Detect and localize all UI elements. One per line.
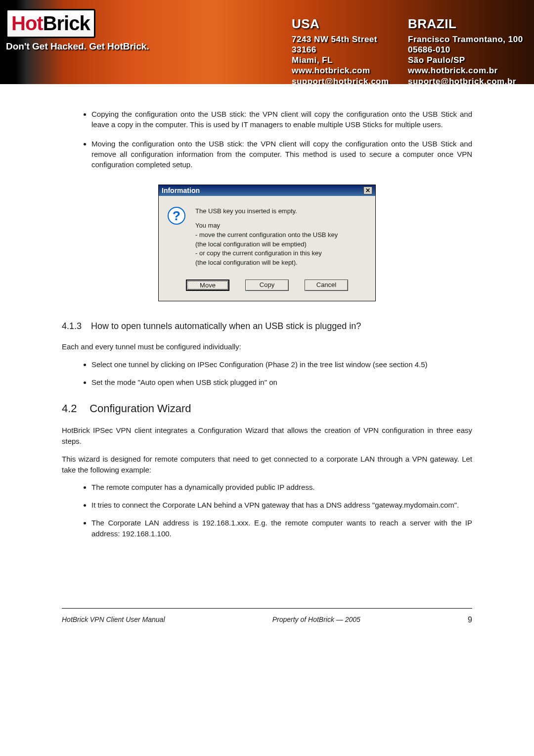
footer-left: HotBrick VPN Client User Manual — [62, 615, 165, 624]
dialog-line: The USB key you inserted is empty. — [195, 207, 338, 216]
addr-line: 05686-010 — [408, 45, 523, 55]
list-item: The Corporate LAN address is 192.168.1.x… — [91, 518, 472, 539]
top-bullet-list: Copying the configuration onto the USB s… — [91, 109, 472, 170]
addr-line: www.hotbrick.com — [292, 65, 389, 76]
logo-brick: Brick — [43, 12, 90, 34]
lead-word: Moving — [91, 140, 115, 148]
heading-number: 4.2 — [62, 402, 87, 415]
close-icon[interactable]: ✕ — [363, 187, 372, 194]
country-label: USA — [292, 16, 389, 32]
dialog-body: ? The USB key you inserted is empty. You… — [159, 196, 375, 274]
list-item: Copying the configuration onto the USB s… — [91, 109, 472, 130]
document-page: HotBrick Don't Get Hacked. Get HotBrick.… — [0, 0, 534, 659]
list-item: It tries to connect the Corporate LAN be… — [91, 500, 472, 511]
paragraph: Each and every tunnel must be configured… — [62, 341, 472, 352]
dialog-line: - or copy the current configuration in t… — [195, 249, 338, 258]
question-icon: ? — [168, 207, 185, 225]
addr-line: Miami, FL — [292, 55, 389, 65]
list-item: The remote computer has a dynamically pr… — [91, 482, 472, 493]
addr-line: suporte@hotbrick.com.br — [408, 76, 523, 85]
bullet-list: Select one tunnel by clicking on IPSec C… — [91, 359, 472, 388]
paragraph: HotBrick IPSec VPN client integrates a C… — [62, 425, 472, 447]
dialog-text: The USB key you inserted is empty. You m… — [195, 207, 338, 268]
addr-line: www.hotbrick.com.br — [408, 65, 523, 76]
dialog-line: (the local configuration will be kept). — [195, 258, 338, 268]
addr-line: 33166 — [292, 45, 389, 55]
heading-413: 4.1.3 How to open tunnels automatically … — [62, 321, 472, 331]
information-dialog: Information ✕ ? The USB key you inserted… — [158, 185, 376, 301]
logo-block: HotBrick Don't Get Hacked. Get HotBrick. — [6, 9, 149, 52]
contact-brazil: BRAZIL Francisco Tramontano, 100 05686-0… — [408, 16, 523, 84]
heading-42: 4.2 Configuration Wizard — [62, 402, 472, 415]
bullet-list: The remote computer has a dynamically pr… — [91, 482, 472, 539]
copy-button[interactable]: Copy — [245, 280, 289, 291]
heading-title: How to open tunnels automatically when a… — [91, 321, 361, 331]
dialog-line: You may — [195, 221, 338, 231]
dialog-buttons: Move Copy Cancel — [159, 274, 375, 301]
contact-usa: USA 7243 NW 54th Street 33166 Miami, FL … — [292, 16, 389, 84]
tagline: Don't Get Hacked. Get HotBrick. — [6, 41, 149, 52]
paragraph: This wizard is designed for remote compu… — [62, 454, 472, 475]
list-item: Set the mode "Auto open when USB stick p… — [91, 377, 472, 388]
logo-hot: Hot — [11, 12, 43, 34]
bullet-text: the configuration onto the USB stick: th… — [91, 110, 472, 129]
footer-right: Property of HotBrick — 2005 — [272, 615, 360, 624]
addr-line: Francisco Tramontano, 100 — [408, 34, 523, 45]
page-number: 9 — [468, 615, 472, 624]
lead-word: Copying — [91, 110, 119, 118]
page-footer: HotBrick VPN Client User Manual Property… — [62, 615, 472, 644]
heading-title: Configuration Wizard — [89, 402, 191, 415]
addr-line: support@hotbrick.com — [292, 76, 389, 85]
country-label: BRAZIL — [408, 16, 523, 32]
addr-line: 7243 NW 54th Street — [292, 34, 389, 45]
page-header: HotBrick Don't Get Hacked. Get HotBrick.… — [0, 0, 534, 84]
addr-line: São Paulo/SP — [408, 55, 523, 65]
bullet-text: the configuration onto the USB stick: th… — [91, 140, 472, 169]
list-item: Select one tunnel by clicking on IPSec C… — [91, 359, 472, 370]
dialog-line: (the local configuration will be emptied… — [195, 240, 338, 249]
footer-rule — [62, 608, 472, 609]
dialog-titlebar: Information ✕ — [159, 185, 375, 196]
heading-number: 4.1.3 — [62, 321, 89, 331]
move-button[interactable]: Move — [186, 280, 229, 291]
list-item: Moving the configuration onto the USB st… — [91, 139, 472, 170]
dialog-line: - move the current configuration onto th… — [195, 231, 338, 240]
page-body: Copying the configuration onto the USB s… — [0, 84, 534, 659]
logo: HotBrick — [6, 9, 95, 38]
cancel-button[interactable]: Cancel — [305, 280, 348, 291]
dialog-title-text: Information — [162, 187, 200, 194]
